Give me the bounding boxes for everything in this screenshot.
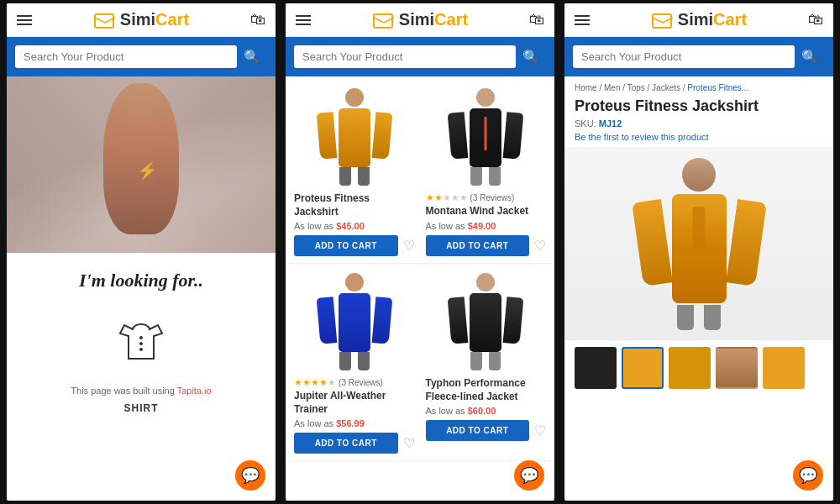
product-detail-title: Proteus Fitness Jackshirt	[564, 96, 833, 117]
phone-screen-1: SimiCart 🛍 🔍 ⚡ I'm looking for..	[7, 3, 276, 501]
logo-simi-2: Simi	[399, 10, 434, 29]
product-card-2: ★★★★★ (3 Reviews) Montana Wind Jacket As…	[421, 80, 552, 264]
breadcrumb-men[interactable]: Men	[604, 83, 620, 92]
chat-bubble-2[interactable]: 💬	[514, 460, 544, 491]
shirt-icon-container	[7, 300, 276, 379]
svg-rect-4	[374, 14, 392, 28]
svg-rect-0	[95, 14, 113, 28]
chat-bubble-1[interactable]: 💬	[235, 460, 265, 491]
search-bar-1: 🔍	[7, 37, 276, 76]
hero-text: I'm looking for..	[7, 253, 276, 300]
wishlist-btn-4[interactable]: ♡	[534, 423, 546, 438]
logo-simi-3: Simi	[678, 10, 713, 29]
breadcrumb: Home / Men / Tops / Jackets / Proteus Fi…	[564, 76, 833, 96]
product-name-1: Proteus Fitness Jackshirt	[294, 192, 415, 218]
product-card-3: ★★★★★ (3 Reviews) Jupiter All-Weather Tr…	[289, 265, 420, 461]
breadcrumb-tops[interactable]: Tops	[627, 83, 645, 92]
stars-3: ★★★★★ (3 Reviews)	[294, 377, 415, 388]
logo-3: SimiCart	[651, 10, 747, 29]
logo-cart-3: Cart	[713, 10, 747, 29]
add-to-cart-btn-3[interactable]: ADD TO CART	[294, 433, 398, 454]
add-to-cart-row-2: ADD TO CART ♡	[426, 235, 547, 256]
add-to-cart-btn-4[interactable]: ADD TO CART	[426, 420, 530, 441]
shirt-label: SHIRT	[7, 402, 276, 414]
search-input-1[interactable]	[15, 45, 237, 68]
chat-bubble-3[interactable]: 💬	[793, 460, 823, 491]
logo-2: SimiCart	[372, 10, 468, 29]
price-row-1: As low as $45.00	[294, 221, 415, 231]
search-input-2[interactable]	[294, 45, 516, 68]
search-button-1[interactable]: 🔍	[237, 44, 267, 70]
breadcrumb-jackets[interactable]: Jackets	[652, 83, 680, 92]
search-bar-2: 🔍	[286, 37, 554, 76]
hamburger-menu-2[interactable]	[296, 15, 311, 25]
product-detail-image	[564, 147, 833, 340]
product-image-3	[294, 271, 415, 372]
svg-point-2	[139, 342, 143, 345]
cart-icon-2[interactable]: 🛍	[529, 11, 544, 29]
product-grid: Proteus Fitness Jackshirt As low as $45.…	[286, 76, 554, 465]
header-3: SimiCart 🛍	[564, 3, 833, 37]
svg-rect-5	[653, 14, 671, 28]
logo-1: SimiCart	[93, 10, 189, 29]
product-name-4: Typhon Performance Fleece-lined Jacket	[426, 377, 547, 403]
thumbnail-5[interactable]	[763, 347, 805, 389]
svg-point-1	[139, 336, 143, 339]
phone-screen-3: SimiCart 🛍 🔍 Home / Men / Tops / Jackets…	[564, 3, 833, 501]
product-image-2	[426, 87, 547, 187]
add-to-cart-btn-1[interactable]: ADD TO CART	[294, 235, 398, 256]
wishlist-btn-3[interactable]: ♡	[403, 435, 415, 451]
header-2: SimiCart 🛍	[286, 3, 554, 37]
search-button-3[interactable]: 🔍	[795, 44, 825, 70]
thumbnail-3[interactable]	[669, 347, 711, 389]
hamburger-menu-3[interactable]	[575, 15, 590, 25]
svg-point-3	[139, 348, 143, 351]
thumbnail-row	[564, 340, 833, 396]
logo-cart: Cart	[155, 10, 189, 29]
hero-image-1: ⚡	[7, 76, 276, 253]
search-input-3[interactable]	[573, 45, 795, 68]
thumbnail-2[interactable]	[622, 347, 664, 389]
built-by-text: This page was built using Tapita.io	[7, 379, 276, 402]
search-bar-3: 🔍	[564, 37, 833, 76]
stars-2: ★★★★★ (3 Reviews)	[426, 192, 547, 203]
price-row-3: As low as $56.99	[294, 418, 415, 428]
price-row-2: As low as $49.00	[426, 221, 547, 231]
cart-icon-3[interactable]: 🛍	[808, 11, 823, 29]
logo-cart-2: Cart	[434, 10, 468, 29]
header-1: SimiCart 🛍	[7, 3, 276, 37]
sku-row: SKU: MJ12	[564, 117, 833, 130]
sku-value: MJ12	[599, 118, 622, 129]
add-to-cart-row-3: ADD TO CART ♡	[294, 433, 415, 454]
thumbnail-1[interactable]	[575, 347, 617, 389]
product-name-2: Montana Wind Jacket	[426, 205, 547, 218]
product-image-1	[294, 87, 415, 187]
shirt-icon	[112, 312, 171, 371]
review-link[interactable]: Be the first to review this product	[564, 130, 833, 147]
product-card-4: Typhon Performance Fleece-lined Jacket A…	[421, 265, 552, 461]
breadcrumb-current: Proteus Fitnes...	[687, 83, 748, 92]
add-to-cart-btn-2[interactable]: ADD TO CART	[426, 235, 530, 256]
product-card-1: Proteus Fitness Jackshirt As low as $45.…	[289, 80, 420, 264]
wishlist-btn-2[interactable]: ♡	[534, 238, 546, 254]
thumbnail-4[interactable]	[716, 347, 758, 389]
price-row-4: As low as $60.00	[426, 406, 547, 416]
tapita-link[interactable]: Tapita.io	[177, 386, 212, 396]
add-to-cart-row-1: ADD TO CART ♡	[294, 235, 415, 256]
search-button-2[interactable]: 🔍	[516, 44, 546, 70]
add-to-cart-row-4: ADD TO CART ♡	[426, 420, 547, 441]
product-image-4	[426, 271, 547, 372]
hamburger-menu-1[interactable]	[17, 15, 32, 25]
phone-screen-2: SimiCart 🛍 🔍	[286, 3, 554, 501]
breadcrumb-home[interactable]: Home	[575, 83, 597, 92]
wishlist-btn-1[interactable]: ♡	[403, 238, 415, 254]
product-name-3: Jupiter All-Weather Trainer	[294, 390, 415, 416]
logo-simi: Simi	[120, 10, 155, 29]
cart-icon-1[interactable]: 🛍	[250, 11, 265, 29]
